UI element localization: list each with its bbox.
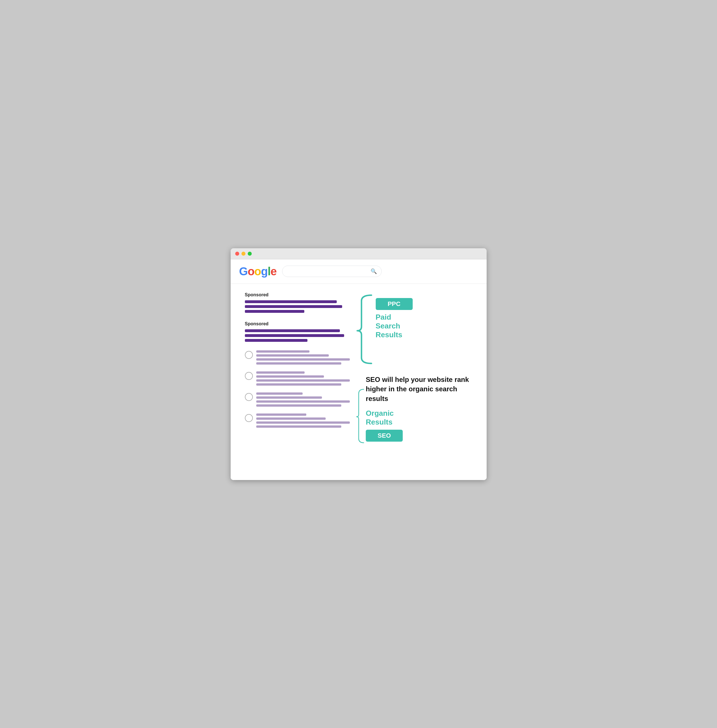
logo-o1: o <box>248 265 254 278</box>
logo-l: l <box>268 265 270 278</box>
google-header: Google 🔍 <box>231 259 487 284</box>
organic-lines-3 <box>256 392 353 408</box>
paid-search-results-label: Paid Search Results <box>376 313 413 340</box>
organic-item-1 <box>245 350 353 366</box>
organic-item-4 <box>245 414 353 429</box>
organic-bar-1-1 <box>256 350 310 353</box>
titlebar <box>231 248 487 259</box>
organic-bar-2-3 <box>256 379 350 382</box>
search-icon: 🔍 <box>371 268 377 275</box>
organic-bar-4-3 <box>256 421 350 424</box>
organic-bar-4-4 <box>256 426 341 428</box>
organic-bar-3-2 <box>256 397 322 399</box>
search-bar[interactable]: 🔍 <box>282 266 382 277</box>
close-button[interactable] <box>235 252 239 256</box>
browser-window: Google 🔍 Sponsored Sponsored <box>231 248 487 480</box>
logo-e: e <box>270 265 276 278</box>
seo-label-block: SEO will help your website rank higher i… <box>366 360 478 442</box>
sponsored-block-1: Sponsored <box>245 292 353 313</box>
organic-bar-3-1 <box>256 392 303 395</box>
ppc-annotation: PPC Paid Search Results <box>356 292 478 366</box>
organic-lines-1 <box>256 350 353 366</box>
sponsored-label-2: Sponsored <box>245 321 353 327</box>
logo-o2: o <box>254 265 261 278</box>
seo-description: SEO will help your website rank higher i… <box>366 375 478 403</box>
organic-bar-1-3 <box>256 358 350 360</box>
ppc-badge: PPC <box>376 298 413 310</box>
ad-bar-2-1 <box>245 329 340 332</box>
organic-bar-4-2 <box>256 417 326 420</box>
logo-g2: g <box>261 265 268 278</box>
annotation-area: PPC Paid Search Results SEO will help yo… <box>353 292 478 472</box>
ad-bar-1-1 <box>245 300 337 303</box>
results-column: Sponsored Sponsored <box>245 292 353 472</box>
ad-bar-1-2 <box>245 305 342 308</box>
organic-item-2 <box>245 371 353 387</box>
seo-annotation: SEO will help your website rank higher i… <box>356 360 478 472</box>
seo-badge: SEO <box>366 430 403 442</box>
organic-bar-1-2 <box>256 354 329 357</box>
organic-bar-2-2 <box>256 375 324 378</box>
logo-g: G <box>239 265 248 278</box>
google-logo: Google <box>239 265 277 278</box>
ad-bar-2-3 <box>245 339 307 342</box>
minimize-button[interactable] <box>241 252 246 256</box>
organic-item-3 <box>245 392 353 408</box>
maximize-button[interactable] <box>248 252 252 256</box>
organic-lines-2 <box>256 371 353 387</box>
ad-bar-2-2 <box>245 334 345 337</box>
browser-content: Google 🔍 Sponsored Sponsored <box>231 259 487 480</box>
organic-bar-3-3 <box>256 400 350 403</box>
ad-bar-1-3 <box>245 310 304 313</box>
sponsored-block-2: Sponsored <box>245 321 353 342</box>
result-icon-4 <box>245 414 253 422</box>
ppc-label-block: PPC Paid Search Results <box>376 292 413 340</box>
seo-bracket-icon <box>356 360 366 472</box>
organic-bar-4-1 <box>256 414 307 416</box>
search-input[interactable] <box>287 269 368 274</box>
organic-results-label: Organic Results <box>366 409 478 427</box>
sponsored-label-1: Sponsored <box>245 292 353 298</box>
organic-bar-2-1 <box>256 371 305 374</box>
result-icon-2 <box>245 372 253 380</box>
ppc-bracket-icon <box>356 292 376 366</box>
result-icon-1 <box>245 351 253 359</box>
organic-bar-3-4 <box>256 404 341 407</box>
organic-section <box>245 350 353 429</box>
organic-bar-1-4 <box>256 362 341 365</box>
result-icon-3 <box>245 393 253 401</box>
organic-lines-4 <box>256 414 353 429</box>
organic-bar-2-4 <box>256 383 341 386</box>
main-content: Sponsored Sponsored <box>231 284 487 480</box>
